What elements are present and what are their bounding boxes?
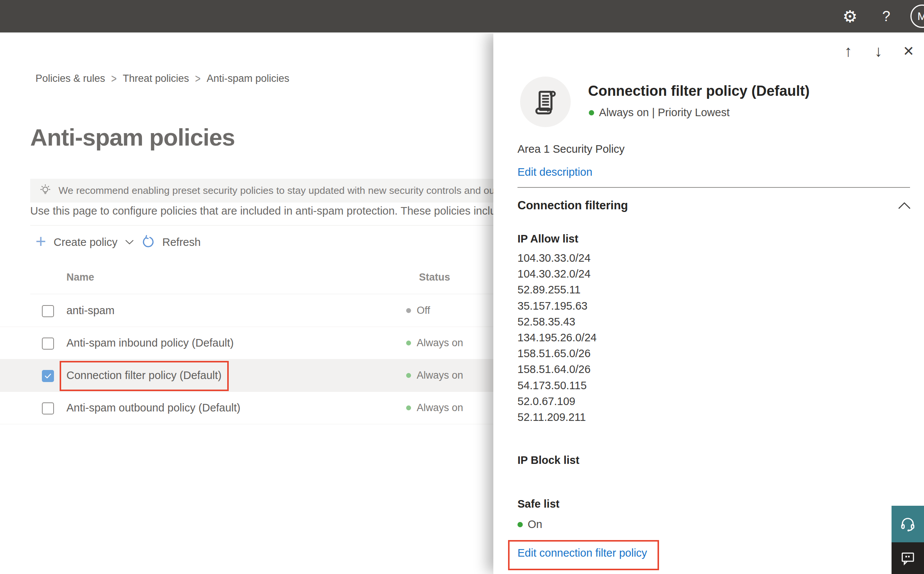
status-dot-on-icon xyxy=(406,405,411,410)
status-text: Off xyxy=(417,294,430,326)
feedback-button[interactable] xyxy=(892,542,924,574)
refresh-label: Refresh xyxy=(162,236,201,249)
create-policy-button[interactable]: + Create policy xyxy=(35,232,134,252)
policy-name-link[interactable]: anti-spam xyxy=(66,294,114,326)
refresh-icon xyxy=(141,235,155,249)
edit-description-link[interactable]: Edit description xyxy=(517,166,592,178)
page-description: Use this page to configure policies that… xyxy=(30,205,508,217)
top-bar: ⚙ ? M xyxy=(0,0,924,32)
status-dot-on-icon xyxy=(589,110,594,115)
status-text: Always on xyxy=(417,391,463,424)
chevron-up-icon[interactable] xyxy=(898,202,911,209)
safe-list-heading: Safe list xyxy=(517,498,559,510)
ip-entry: 54.173.50.115 xyxy=(517,377,597,393)
breadcrumb-anti-spam-policies: Anti-spam policies xyxy=(206,73,289,85)
row-checkbox-checked[interactable] xyxy=(42,370,54,382)
row-checkbox[interactable] xyxy=(42,305,54,317)
chat-feedback-icon xyxy=(900,550,916,566)
section-connection-filtering: Connection filtering xyxy=(517,199,628,212)
ip-entry: 52.89.255.11 xyxy=(517,282,597,298)
ip-entry: 158.51.64.0/26 xyxy=(517,361,597,377)
ip-entry: 104.30.33.0/24 xyxy=(517,250,597,266)
policy-description: Area 1 Security Policy xyxy=(517,143,625,155)
row-checkbox[interactable] xyxy=(42,337,54,350)
plus-icon: + xyxy=(35,232,46,251)
ip-block-list-heading: IP Block list xyxy=(517,454,579,467)
ip-entry: 52.58.35.43 xyxy=(517,314,597,330)
row-checkbox[interactable] xyxy=(42,402,54,415)
breadcrumb-separator-icon: > xyxy=(111,72,117,85)
policy-name-link[interactable]: Connection filter policy (Default) xyxy=(66,359,222,391)
status-dot-on-icon xyxy=(406,341,411,345)
flyout-status-line: Always on | Priority Lowest xyxy=(589,106,729,119)
ip-allow-list: 104.30.33.0/24 104.30.32.0/24 52.89.255.… xyxy=(517,250,597,425)
status-dot-on-icon xyxy=(406,373,411,378)
status-text: Always on xyxy=(417,359,463,391)
support-button[interactable] xyxy=(892,506,924,542)
ip-entry: 52.11.209.211 xyxy=(517,409,597,425)
flyout-title: Connection filter policy (Default) xyxy=(588,83,810,99)
ip-allow-list-heading: IP Allow list xyxy=(517,233,578,245)
edit-connection-filter-policy-link[interactable]: Edit connection filter policy xyxy=(517,547,647,559)
close-icon[interactable]: ✕ xyxy=(898,32,919,70)
status-dot-on-icon xyxy=(517,522,523,527)
headset-icon xyxy=(899,516,916,533)
column-header-name[interactable]: Name xyxy=(66,271,94,283)
breadcrumb-separator-icon: > xyxy=(195,72,201,85)
ip-entry: 134.195.26.0/24 xyxy=(517,330,597,345)
ip-entry: 158.51.65.0/26 xyxy=(517,345,597,361)
breadcrumb: Policies & rules > Threat policies > Ant… xyxy=(35,73,289,85)
lightbulb-icon xyxy=(38,184,52,198)
ip-entry: 104.30.32.0/24 xyxy=(517,266,597,282)
avatar[interactable]: M xyxy=(910,5,924,28)
breadcrumb-policies-rules[interactable]: Policies & rules xyxy=(35,73,105,85)
ip-entry: 35.157.195.63 xyxy=(517,298,597,314)
status-dot-off-icon xyxy=(406,308,411,313)
gear-icon[interactable]: ⚙ xyxy=(840,0,860,32)
next-item-arrow-icon[interactable]: ↓ xyxy=(868,32,889,70)
column-header-status[interactable]: Status xyxy=(419,271,450,283)
status-text: Always on xyxy=(417,326,463,359)
safe-list-status: On xyxy=(517,518,543,531)
create-policy-label: Create policy xyxy=(54,236,117,249)
policy-name-link[interactable]: Anti-spam outbound policy (Default) xyxy=(66,391,240,424)
checkmark-icon xyxy=(44,373,51,378)
previous-item-arrow-icon[interactable]: ↑ xyxy=(837,32,859,70)
policy-details-flyout: ↑ ↓ ✕ Connection filter policy (Default)… xyxy=(493,32,924,574)
app-root: ⚙ ? M Policies & rules > Threat policies… xyxy=(0,0,924,574)
scroll-policy-icon xyxy=(533,88,557,115)
ip-entry: 52.0.67.109 xyxy=(517,393,597,409)
safe-list-status-text: On xyxy=(528,518,543,531)
banner-text: We recommend enabling preset security po… xyxy=(59,185,543,197)
policy-icon-circle xyxy=(520,77,571,127)
help-icon[interactable]: ? xyxy=(877,0,895,32)
page-title: Anti-spam policies xyxy=(30,124,235,151)
flyout-divider xyxy=(517,187,910,188)
flyout-status-text: Always on | Priority Lowest xyxy=(599,106,729,119)
chevron-down-icon xyxy=(125,240,134,245)
topbar-divider xyxy=(0,32,924,33)
breadcrumb-threat-policies[interactable]: Threat policies xyxy=(123,73,189,85)
policy-name-link[interactable]: Anti-spam inbound policy (Default) xyxy=(66,326,234,359)
refresh-button[interactable]: Refresh xyxy=(141,232,201,252)
